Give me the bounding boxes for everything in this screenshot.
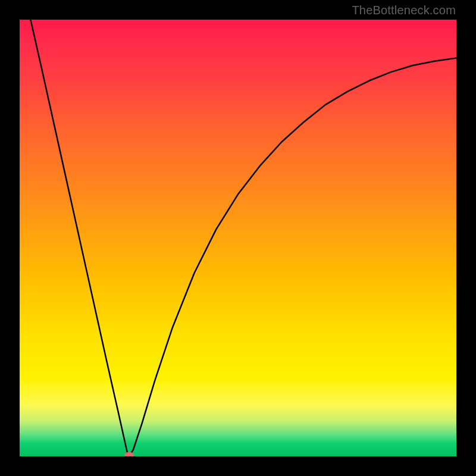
curve-path <box>30 20 456 455</box>
plot-area <box>20 20 456 456</box>
curve-svg <box>20 20 456 456</box>
minimum-marker <box>124 452 134 456</box>
watermark-text: TheBottleneck.com <box>352 4 456 17</box>
chart-container: TheBottleneck.com <box>0 0 476 476</box>
